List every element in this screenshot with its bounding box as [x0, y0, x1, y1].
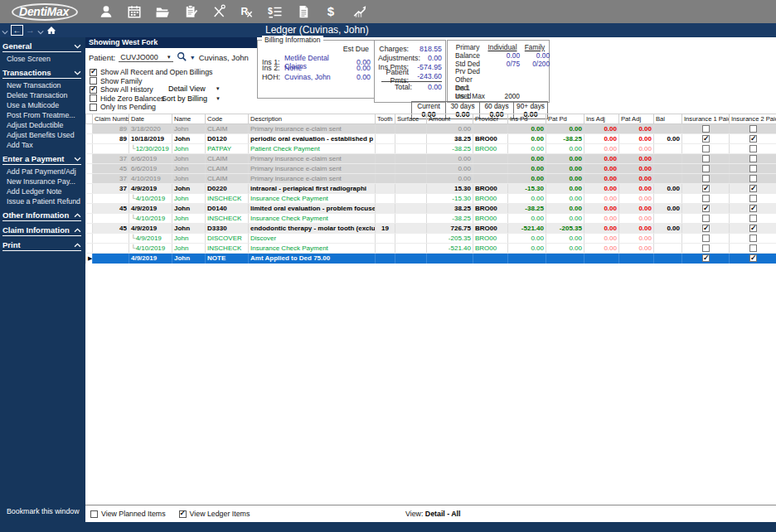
insurance-2-paid-checkbox[interactable]	[730, 164, 776, 174]
sidebar-item-add-tax[interactable]: Add Tax	[0, 140, 85, 150]
ledger-row[interactable]: └4/10/2019JohnINSCHECKInsurance Check Pa…	[86, 194, 776, 204]
ledger-row[interactable]: └4/10/2019JohnINSCHECKInsurance Check Pa…	[86, 244, 776, 254]
ledger-row[interactable]: 374/10/2019JohnCLAIMPrimary insurance e-…	[86, 174, 776, 184]
row-selector[interactable]: ▶	[86, 254, 93, 264]
patient-filter-icon[interactable]: ▼	[190, 55, 196, 60]
back-button[interactable]: ←	[11, 25, 23, 36]
insurance-2-paid-checkbox[interactable]	[730, 244, 776, 254]
ledger-row[interactable]: 8910/18/2019JohnD0120periodic oral evalu…	[86, 134, 776, 144]
sidebar-item-add-ledger-note[interactable]: Add Ledger Note	[0, 186, 85, 196]
row-selector[interactable]	[86, 174, 93, 184]
column-header-amount[interactable]: Amount	[427, 114, 473, 124]
row-selector[interactable]	[86, 204, 93, 214]
filter-show-all-recent-and-open-billings[interactable]: Show All Recent and Open Billings	[90, 68, 212, 76]
checkbox-icon[interactable]	[179, 510, 187, 518]
patient-icon[interactable]	[98, 3, 114, 20]
documents-icon[interactable]	[295, 3, 312, 20]
ledger-row[interactable]: 456/6/2019JohnCLAIMPrimary insurance e-c…	[86, 164, 776, 174]
insurance-1-paid-checkbox[interactable]	[682, 194, 730, 204]
sidebar-item-new-transaction[interactable]: New Transaction	[0, 80, 85, 90]
sidebar-item-post-from-treatme[interactable]: Post From Treatme...	[0, 110, 85, 120]
column-header-insurance-1-paid[interactable]: Insurance 1 Paid	[682, 114, 730, 124]
ledger-row[interactable]: ▶4/9/2019JohnNOTEAmt Applied to Ded 75.0…	[86, 254, 776, 264]
sidebar-section-other-information[interactable]: Other Information	[2, 210, 81, 221]
column-header-provider[interactable]: Provider	[473, 114, 508, 124]
insurance-1-paid-checkbox[interactable]	[682, 204, 730, 214]
column-header-date[interactable]: Date	[129, 114, 172, 124]
row-selector[interactable]	[86, 194, 93, 204]
insurance-2-paid-checkbox[interactable]	[730, 254, 776, 264]
row-selector[interactable]	[86, 154, 93, 164]
row-selector[interactable]	[86, 144, 93, 154]
sidebar-section-general[interactable]: General	[2, 41, 81, 52]
ledger-row[interactable]: 374/9/2019JohnD0220intraoral - periapica…	[86, 184, 776, 194]
insurance-1-paid-checkbox[interactable]	[682, 224, 730, 234]
sidebar-section-transactions[interactable]: Transactions	[2, 68, 81, 79]
row-selector[interactable]	[86, 184, 93, 194]
filter-only-ins-pending[interactable]: Only Ins Pending	[90, 103, 212, 111]
sidebar-item-delete-transaction[interactable]: Delete Transaction	[0, 90, 85, 100]
patient-combo[interactable]: CUVJO000 ▼	[119, 53, 172, 62]
insurance-1-paid-checkbox[interactable]	[682, 174, 730, 184]
insurance-2-paid-checkbox[interactable]	[730, 134, 776, 144]
sidebar-item-new-insurance-pay[interactable]: New Insurance Pay...	[0, 177, 85, 186]
ledger-row[interactable]: 454/9/2019JohnD0140limited oral evaluati…	[86, 204, 776, 214]
sidebar-item-issue-a-patient-refund[interactable]: Issue a Patient Refund	[0, 196, 85, 206]
checkbox-icon[interactable]	[90, 69, 97, 76]
column-header-bal[interactable]: Bal	[654, 114, 682, 124]
insurance-1-paid-checkbox[interactable]	[682, 254, 730, 264]
insurance-2-paid-checkbox[interactable]	[730, 184, 776, 194]
chevron-down-icon[interactable]	[37, 23, 44, 38]
sort-by-dropdown[interactable]: Sort by Billing ▼	[162, 94, 221, 103]
sidebar-section-claim-information[interactable]: Claim Information	[2, 225, 81, 236]
row-selector[interactable]	[86, 164, 93, 174]
view-mode-dropdown[interactable]: Detail View ▼	[168, 85, 221, 93]
ledger-row[interactable]: 376/6/2019JohnCLAIMPrimary insurance e-c…	[86, 154, 776, 164]
row-selector[interactable]	[86, 244, 93, 254]
checkbox-icon[interactable]	[90, 510, 98, 518]
column-header-ins-adj[interactable]: Ins Adj	[584, 114, 619, 124]
sidebar-section-print[interactable]: Print	[2, 240, 81, 251]
forward-button[interactable]: →	[26, 26, 35, 35]
insurance-2-paid-checkbox[interactable]	[730, 174, 776, 184]
sidebar-item-adjust-deductible[interactable]: Adjust Deductible	[0, 120, 85, 130]
prescriptions-icon[interactable]: R	[239, 3, 255, 20]
checkbox-icon[interactable]	[90, 86, 97, 94]
insurance-1-paid-checkbox[interactable]	[682, 184, 730, 194]
filter-show-family[interactable]: Show Family	[90, 77, 212, 85]
checkbox-icon[interactable]	[90, 94, 97, 102]
row-selector[interactable]	[86, 134, 93, 144]
sidebar-item-add-pat-payment-adj[interactable]: Add Pat Payment/Adj	[0, 167, 85, 177]
search-icon[interactable]	[177, 51, 187, 63]
insurance-2-paid-checkbox[interactable]	[730, 154, 776, 164]
column-header-code[interactable]: Code	[206, 114, 249, 124]
insurance-1-paid-checkbox[interactable]	[682, 144, 730, 154]
view-ledger-items-checkbox[interactable]: View Ledger Items	[179, 510, 250, 518]
sidebar-section-enter-a-payment[interactable]: Enter a Payment	[2, 154, 81, 165]
column-header-pat-pd[interactable]: Pat Pd	[546, 114, 584, 124]
row-selector[interactable]	[86, 224, 93, 234]
ledger-row[interactable]: 893/18/2020JohnCLAIMPrimary insurance e-…	[86, 124, 776, 134]
combo-dropdown-icon[interactable]: ▼	[167, 55, 172, 60]
row-selector[interactable]	[86, 234, 93, 244]
insurance-2-paid-checkbox[interactable]	[730, 234, 776, 244]
column-header-name[interactable]: Name	[172, 114, 206, 124]
insurance-2-paid-checkbox[interactable]	[730, 144, 776, 154]
insurance-2-paid-checkbox[interactable]	[730, 214, 776, 224]
open-folder-icon[interactable]	[154, 3, 171, 20]
column-header-claim-number[interactable]: Claim Number	[93, 114, 129, 124]
schedule-icon[interactable]	[126, 3, 143, 20]
insurance-2-paid-checkbox[interactable]	[730, 204, 776, 214]
insurance-1-paid-checkbox[interactable]	[682, 124, 730, 134]
checkbox-icon[interactable]	[90, 77, 97, 85]
insurance-2-paid-checkbox[interactable]	[730, 124, 776, 134]
column-header-ins-pd[interactable]: Ins Pd	[508, 114, 546, 124]
bookmark-this-window[interactable]: Bookmark this window	[7, 507, 80, 515]
column-header-surface[interactable]: Surface	[395, 114, 427, 124]
sidebar-item-close-screen[interactable]: Close Screen	[0, 54, 85, 64]
checkbox-icon[interactable]	[90, 104, 97, 111]
ledger-row[interactable]: └4/10/2019JohnINSCHECKInsurance Check Pa…	[86, 214, 776, 224]
ledger-row[interactable]: └4/9/2019JohnDISCOVERDiscover-205.35BRO0…	[86, 234, 776, 244]
view-planned-items-checkbox[interactable]: View Planned Items	[90, 510, 166, 518]
sidebar-item-adjust-benefits-used[interactable]: Adjust Benefits Used	[0, 130, 85, 140]
